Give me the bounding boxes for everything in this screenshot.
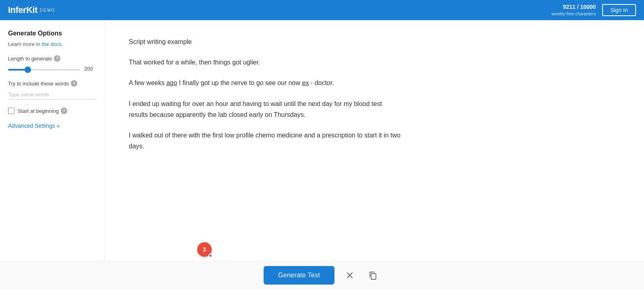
logo-demo: DEMO xyxy=(40,8,55,12)
length-help-icon[interactable]: ? xyxy=(54,55,60,62)
header: InferKit DEMO 9211 / 10000 weekly free c… xyxy=(0,0,644,20)
paragraph-1: Script writing example xyxy=(129,36,402,47)
paragraph-4-text: I ended up waiting for over an hour and … xyxy=(129,100,382,118)
logo-text: InferKit xyxy=(8,5,37,15)
length-slider[interactable] xyxy=(8,69,80,71)
clear-button[interactable] xyxy=(343,268,357,283)
sign-in-button[interactable]: Sign In xyxy=(602,4,636,16)
copy-button[interactable] xyxy=(365,268,380,283)
bottom-bar: Generate Text xyxy=(0,261,644,289)
header-right: 9211 / 10000 weekly free characters Sign… xyxy=(551,3,636,17)
char-total: 10000 xyxy=(580,4,596,10)
svg-rect-2 xyxy=(371,274,376,279)
main-layout: Generate Options Learn more in the docs.… xyxy=(0,20,644,289)
char-separator: / xyxy=(576,4,580,10)
advanced-settings-link[interactable]: Advanced Settings » xyxy=(8,123,60,129)
docs-link[interactable]: the docs. xyxy=(42,41,63,47)
learn-more: Learn more in the docs. xyxy=(8,41,96,47)
paragraph-2-text: That worked for a while, then things got… xyxy=(129,59,260,66)
start-at-beginning-checkbox[interactable] xyxy=(8,108,14,114)
sidebar: Generate Options Learn more in the docs.… xyxy=(0,20,105,289)
generate-button[interactable]: Generate Text xyxy=(264,266,334,285)
include-words-input[interactable] xyxy=(8,90,96,100)
include-words-label: Try to include these words ? xyxy=(8,80,96,87)
content-area: Script writing example That worked for a… xyxy=(105,20,427,289)
badge-count: 3 xyxy=(203,246,206,253)
slider-row: 200 xyxy=(8,65,96,72)
start-at-beginning-text: Start at beginning xyxy=(18,108,59,114)
ex-word: ex xyxy=(302,79,309,86)
char-count-label: weekly free characters xyxy=(551,11,596,17)
char-count-numbers: 9211 / 10000 xyxy=(563,4,596,10)
include-words-label-text: Try to include these words xyxy=(8,81,69,87)
length-label: Length to generate ? xyxy=(8,55,96,62)
copy-icon xyxy=(368,271,377,280)
checkbox-row: Start at beginning ? xyxy=(8,108,96,114)
slider-container xyxy=(8,65,80,72)
paragraph-1-text: Script writing example xyxy=(129,38,192,45)
start-at-beginning-help-icon[interactable]: ? xyxy=(61,108,67,114)
length-value: 200 xyxy=(84,66,96,72)
char-current: 9211 xyxy=(563,4,576,10)
start-at-beginning-label: Start at beginning ? xyxy=(18,108,67,114)
ago-word: ago xyxy=(166,79,177,86)
length-label-text: Length to generate xyxy=(8,56,52,62)
content-text: Script writing example That worked for a… xyxy=(129,36,402,152)
paragraph-2: That worked for a while, then things got… xyxy=(129,57,402,68)
paragraph-3: A few weeks ago I finally got up the ner… xyxy=(129,77,402,88)
include-words-help-icon[interactable]: ? xyxy=(71,80,77,87)
close-icon xyxy=(346,271,354,279)
paragraph-5-text: I walked out of there with the first low… xyxy=(129,132,400,150)
paragraph-5: I walked out of there with the first low… xyxy=(129,130,402,152)
logo: InferKit DEMO xyxy=(8,5,55,15)
paragraph-4: I ended up waiting for over an hour and … xyxy=(129,98,402,120)
learn-more-prefix: Learn more in xyxy=(8,41,42,47)
char-count: 9211 / 10000 weekly free characters xyxy=(551,3,596,17)
badge-dot xyxy=(208,254,213,258)
sidebar-title: Generate Options xyxy=(8,30,96,37)
floating-badge[interactable]: 3 xyxy=(197,242,212,257)
